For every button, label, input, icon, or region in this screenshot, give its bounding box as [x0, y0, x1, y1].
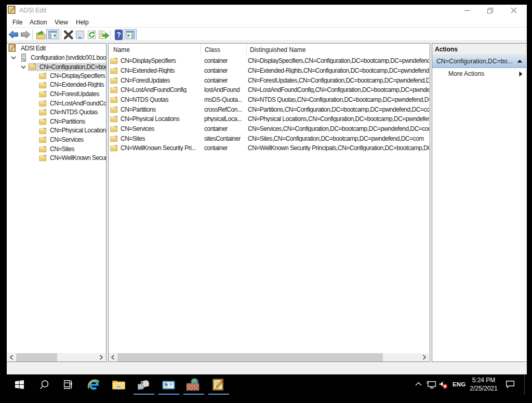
- svg-text:?: ?: [116, 31, 121, 39]
